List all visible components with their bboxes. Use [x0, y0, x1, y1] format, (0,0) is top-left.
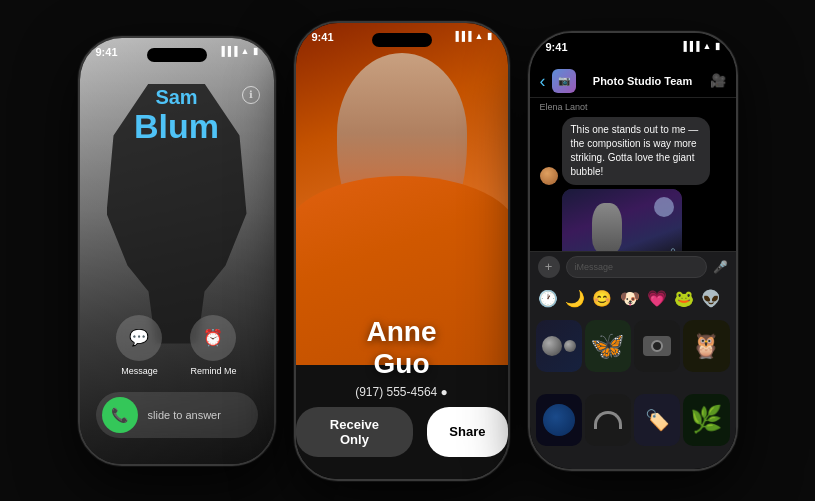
caller-name: Sam Blum	[80, 86, 274, 143]
remind-icon: ⏰	[203, 328, 223, 347]
status-icons-phone2: ▐▐▐ ▲ ▮	[452, 31, 491, 41]
emoji-smile[interactable]: 😊	[590, 286, 615, 312]
caller-last-name: Blum	[80, 109, 274, 143]
sticker-grid: 🦋 🦉 🏷️ 🌿	[530, 316, 736, 469]
slide-text: slide to answer	[148, 409, 221, 421]
call-actions: 💬 Message ⏰ Remind Me	[80, 315, 274, 376]
share-buttons: Receive Only Share	[296, 407, 508, 457]
wifi-icon-3: ▲	[703, 41, 712, 51]
video-icon[interactable]: 🎥	[710, 73, 726, 88]
status-bar-phone3: 9:41 ▐▐▐ ▲ ▮	[530, 33, 736, 69]
time-phone3: 9:41	[546, 41, 568, 53]
camera-body	[643, 336, 671, 356]
slide-to-answer[interactable]: 📞 slide to answer	[96, 392, 258, 438]
battery-icon: ▮	[253, 46, 258, 56]
remind-label: Remind Me	[190, 366, 236, 376]
sticker-butterfly[interactable]: 🦋	[585, 320, 631, 372]
battery-icon-3: ▮	[715, 41, 720, 51]
earth-globe	[543, 404, 575, 436]
emoji-alien[interactable]: 👽	[698, 286, 723, 312]
lock-icon: 🔒	[668, 248, 678, 251]
sticker-earth[interactable]	[536, 394, 582, 446]
message-action[interactable]: 💬 Message	[116, 315, 162, 376]
battery-icon-2: ▮	[487, 31, 492, 41]
receive-only-button[interactable]: Receive Only	[296, 407, 414, 457]
message-bubble: This one stands out to me — the composit…	[562, 117, 711, 185]
caller-first-name: Sam	[80, 86, 274, 109]
group-avatar: 📷	[552, 69, 576, 93]
contact-phone: (917) 555-4564 ●	[296, 385, 508, 399]
contact-first-name: Anne	[367, 316, 437, 347]
emoji-bar: 🕐 🌙 😊 🐶 💗 🐸 👽	[530, 282, 736, 316]
emoji-frog[interactable]: 🐸	[671, 286, 696, 312]
remind-action-circle[interactable]: ⏰	[190, 315, 236, 361]
emoji-moon[interactable]: 🌙	[563, 286, 588, 312]
mic-button[interactable]: 🎤	[713, 260, 728, 274]
image-message-row: 🔒	[540, 189, 726, 251]
contact-name-area: Anne Guo (917) 555-4564 ●	[296, 316, 508, 398]
message-action-circle[interactable]: 💬	[116, 315, 162, 361]
status-bar-phone2: 9:41 ▐▐▐ ▲ ▮	[296, 23, 508, 59]
phone-1-call-screen: 9:41 ▐▐▐ ▲ ▮ ℹ Sam Blum 💬 Message ⏰	[78, 36, 276, 466]
signal-icon-2: ▐▐▐	[452, 31, 471, 41]
add-button[interactable]: +	[538, 256, 560, 278]
status-icons-phone3: ▐▐▐ ▲ ▮	[680, 41, 719, 51]
sticker-owl[interactable]: 🦉	[683, 320, 729, 372]
answer-button[interactable]: 📞	[102, 397, 138, 433]
signal-icon: ▐▐▐	[218, 46, 237, 56]
contact-photo	[296, 23, 508, 365]
imessage-placeholder: iMessage	[575, 262, 614, 272]
back-button[interactable]: ‹	[540, 72, 546, 90]
time-phone1: 9:41	[96, 46, 118, 58]
emoji-clock[interactable]: 🕐	[536, 286, 561, 312]
phone-2-share-contact: 9:41 ▐▐▐ ▲ ▮ Share Your Contact Anne Guo…	[294, 21, 510, 481]
sticker-leaf[interactable]: 🌿	[683, 394, 729, 446]
group-name: Photo Studio Team	[582, 75, 704, 87]
share-button[interactable]: Share	[427, 407, 507, 457]
emoji-dog[interactable]: 🐶	[617, 286, 642, 312]
time-phone2: 9:41	[312, 31, 334, 43]
remind-action[interactable]: ⏰ Remind Me	[190, 315, 236, 376]
wifi-icon: ▲	[241, 46, 250, 56]
image-bubble-element	[654, 197, 674, 217]
image-person	[592, 203, 622, 251]
contact-last-name: Guo	[374, 348, 430, 379]
status-icons-phone1: ▐▐▐ ▲ ▮	[218, 46, 257, 56]
sticker-headphones[interactable]	[585, 394, 631, 446]
imessage-field[interactable]: iMessage	[566, 256, 707, 278]
phone-icon: 📞	[111, 407, 128, 423]
message-icon: 💬	[129, 328, 149, 347]
sticker-orbs[interactable]	[536, 320, 582, 372]
contact-name: Anne Guo	[296, 316, 508, 380]
header-icons: 🎥	[710, 73, 726, 88]
wifi-icon-2: ▲	[475, 31, 484, 41]
camera-lens	[651, 340, 663, 352]
image-bubble[interactable]: 🔒	[562, 189, 682, 251]
orb-large	[542, 336, 562, 356]
phone-3-messages: 9:41 ▐▐▐ ▲ ▮ ‹ 📷 Photo Studio Team 🎥 Ele…	[528, 31, 738, 471]
sticker-stickers-icon[interactable]: 🏷️	[634, 394, 680, 446]
headphone-arc	[594, 411, 622, 429]
emoji-heart[interactable]: 💗	[644, 286, 669, 312]
message-input-bar: + iMessage 🎤	[530, 251, 736, 282]
status-bar-phone1: 9:41 ▐▐▐ ▲ ▮	[80, 38, 274, 74]
message-label: Message	[121, 366, 158, 376]
sender-label: Elena Lanot	[540, 102, 726, 112]
message-bubbles: Elena Lanot This one stands out to me — …	[530, 98, 736, 251]
sender-avatar	[540, 167, 558, 185]
signal-icon-3: ▐▐▐	[680, 41, 699, 51]
orb-small	[564, 340, 576, 352]
sticker-camera[interactable]	[634, 320, 680, 372]
message-row: This one stands out to me — the composit…	[540, 117, 726, 185]
